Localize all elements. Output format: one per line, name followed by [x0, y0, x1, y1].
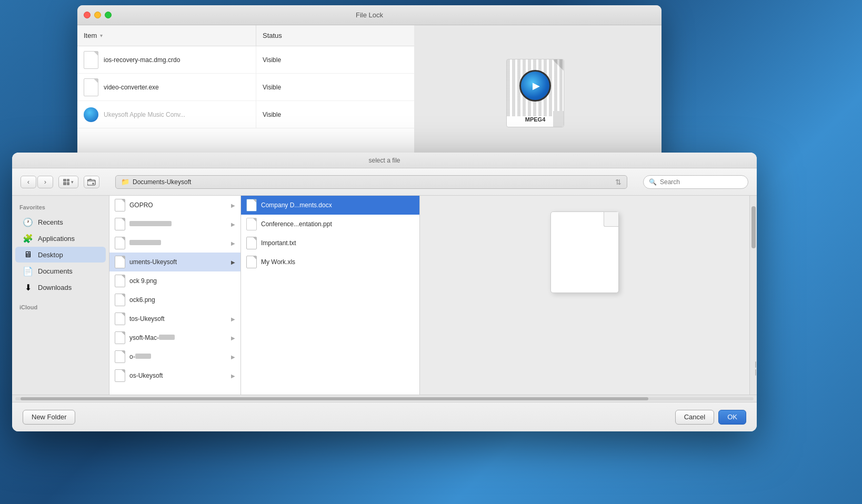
- applications-icon: 🧩: [23, 234, 33, 244]
- row-item-1: ios-recovery-mac.dmg.crdo: [77, 46, 256, 73]
- file-name: uments-Ukeysoft: [129, 258, 227, 266]
- grid-cell: [67, 182, 70, 185]
- list-item[interactable]: ock 9.png: [109, 271, 240, 290]
- file-name: Conference...entation.ppt: [261, 220, 414, 228]
- mpeg4-label: MPEG4: [525, 116, 546, 123]
- file-icon: [115, 313, 125, 325]
- file-name: Important.txt: [261, 239, 414, 247]
- file-icon: [115, 275, 125, 287]
- search-icon: 🔍: [649, 178, 657, 186]
- col-item-header: Item ▾: [77, 25, 256, 46]
- downloads-icon: ⬇: [23, 283, 33, 293]
- file-name: ysoft-Mac-: [129, 334, 227, 341]
- sidebar-item-recents[interactable]: 🕐 Recents: [15, 214, 106, 230]
- mpeg4-corner: [553, 111, 564, 127]
- maximize-button[interactable]: [105, 12, 112, 18]
- list-item[interactable]: ▶: [109, 215, 240, 234]
- list-item[interactable]: My Work.xls: [241, 253, 419, 271]
- grid-icon: [63, 179, 69, 185]
- horizontal-scrollbar[interactable]: [12, 395, 757, 402]
- mpeg4-paper: MPEG4: [506, 59, 564, 127]
- new-folder-toolbar-button[interactable]: [84, 176, 99, 188]
- search-box[interactable]: 🔍: [643, 175, 748, 189]
- list-item-selected[interactable]: Company D...ments.docx: [241, 196, 419, 215]
- list-item[interactable]: o- ▶: [109, 347, 240, 366]
- sidebar-item-downloads[interactable]: ⬇ Downloads: [15, 279, 106, 295]
- file-name-2: video-converter.exe: [104, 84, 159, 91]
- bg-content: Item ▾ Status ios-recovery-mac.dmg.crdo …: [77, 25, 661, 166]
- table-row[interactable]: ios-recovery-mac.dmg.crdo Visible: [77, 46, 414, 74]
- sidebar-item-documents[interactable]: 📄 Documents: [15, 263, 106, 279]
- close-button[interactable]: [84, 12, 91, 18]
- hscroll-track: [15, 397, 754, 400]
- sidebar-label-applications: Applications: [38, 235, 75, 243]
- row-item-3: Ukeysoft Apple Music Conv...: [77, 101, 256, 128]
- scroll-handle[interactable]: [751, 206, 756, 248]
- list-item[interactable]: tos-Ukeysoft ▶: [109, 309, 240, 328]
- sort-chevron: ▾: [100, 33, 103, 38]
- back-button[interactable]: ‹: [21, 176, 36, 188]
- desktop-icon: 🖥: [23, 250, 33, 259]
- ok-button[interactable]: OK: [718, 410, 746, 425]
- list-item-active[interactable]: uments-Ukeysoft ▶: [109, 253, 240, 271]
- location-bar[interactable]: 📁 Documents-Ukeysoft ⇅: [115, 175, 627, 189]
- favorites-label: Favorites: [12, 202, 109, 214]
- grid-cell: [63, 182, 66, 185]
- recents-icon: 🕐: [23, 217, 33, 227]
- app-icon: [84, 107, 98, 122]
- list-item[interactable]: Conference...entation.ppt: [241, 215, 419, 234]
- list-item[interactable]: Important.txt: [241, 234, 419, 253]
- forward-button[interactable]: ›: [37, 176, 53, 188]
- location-label: Documents-Ukeysoft: [133, 178, 191, 186]
- resize-line: [755, 361, 756, 368]
- sidebar-item-desktop[interactable]: 🖥 Desktop: [15, 247, 106, 263]
- view-toggle-button[interactable]: ▾: [58, 176, 78, 188]
- file-dialog: select a file ‹ › ▾: [12, 153, 757, 431]
- grid-cell: [67, 179, 70, 182]
- file-icon: [115, 218, 125, 230]
- file-name: [129, 220, 227, 228]
- file-name: GOPRO: [129, 201, 227, 209]
- search-input[interactable]: [660, 178, 743, 186]
- chevron-right-icon: ▶: [231, 221, 235, 227]
- file-name-1: ios-recovery-mac.dmg.crdo: [104, 56, 180, 64]
- table-row[interactable]: Ukeysoft Apple Music Conv... Visible: [77, 101, 414, 128]
- file-icon: [115, 256, 125, 268]
- blurred-text: [135, 354, 151, 359]
- mpeg4-logo: [519, 70, 551, 102]
- traffic-lights: [84, 12, 112, 18]
- chevron-right-icon: ▶: [231, 240, 235, 246]
- chevron-right-icon: ▶: [231, 259, 235, 265]
- new-folder-button[interactable]: New Folder: [23, 410, 75, 425]
- vertical-scrollbar[interactable]: [749, 196, 757, 395]
- minimize-button[interactable]: [94, 12, 101, 18]
- row-status-2: Visible: [256, 84, 287, 91]
- chevron-right-icon: ▶: [231, 335, 235, 341]
- sidebar-label-documents: Documents: [38, 267, 73, 275]
- sidebar: Favorites 🕐 Recents 🧩 Applications 🖥 Des…: [12, 196, 109, 395]
- chevron-right-icon: ▶: [231, 354, 235, 360]
- preview-panel: [420, 196, 749, 395]
- nav-btn-group: ‹ ›: [21, 176, 53, 188]
- bg-table-header: Item ▾ Status: [77, 25, 414, 46]
- sidebar-label-downloads: Downloads: [38, 284, 72, 291]
- file-name: o-: [129, 353, 227, 360]
- list-item[interactable]: GOPRO ▶: [109, 196, 240, 215]
- list-item[interactable]: ysoft-Mac- ▶: [109, 328, 240, 347]
- bg-table: Item ▾ Status ios-recovery-mac.dmg.crdo …: [77, 25, 414, 166]
- file-icon: [246, 218, 257, 230]
- sidebar-item-applications[interactable]: 🧩 Applications: [15, 230, 106, 246]
- table-row[interactable]: video-converter.exe Visible: [77, 74, 414, 101]
- cancel-button[interactable]: Cancel: [675, 410, 714, 425]
- file-icon: [115, 237, 125, 249]
- file-icon: [246, 256, 257, 268]
- list-item[interactable]: ock6.png: [109, 290, 240, 309]
- blurred-text: [159, 335, 175, 340]
- list-item[interactable]: ▶: [109, 234, 240, 253]
- hscroll-thumb[interactable]: [21, 397, 648, 400]
- list-item[interactable]: os-Ukeysoft ▶: [109, 366, 240, 385]
- file-icon: [115, 294, 125, 306]
- file-name: ock6.png: [129, 296, 235, 304]
- preview-fold: [604, 212, 618, 227]
- preview-shadow: [610, 279, 621, 295]
